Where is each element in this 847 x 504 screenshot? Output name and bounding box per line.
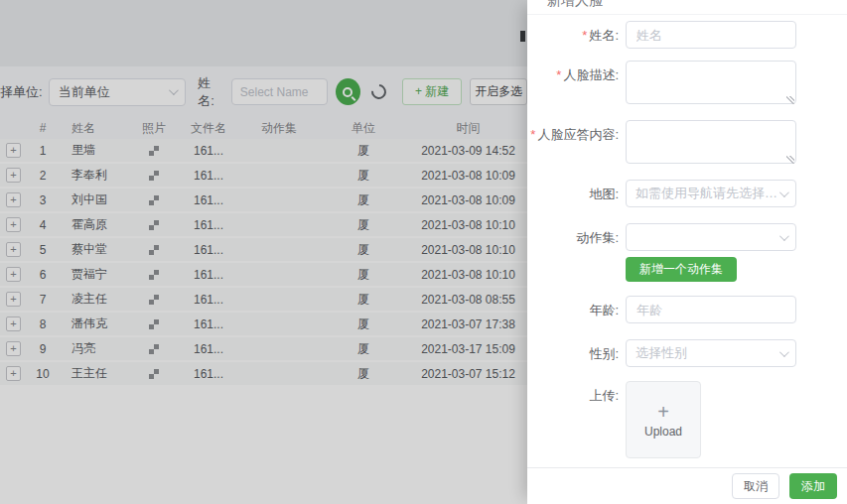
age-field-label: 年龄:	[527, 296, 619, 323]
form-row-gender: 性别: 选择性别	[527, 339, 847, 367]
form-row-action-set: 动作集:	[527, 223, 847, 251]
required-mark: *	[556, 67, 561, 82]
face-description-label: *人脸描述:	[527, 61, 619, 108]
chevron-down-icon	[779, 347, 789, 357]
upload-field-label: 上传:	[527, 381, 619, 458]
map-select[interactable]: 如需使用导航请先选择地图	[626, 180, 796, 207]
upload-label: Upload	[644, 425, 682, 439]
upload-dropzone[interactable]: + Upload	[626, 381, 701, 458]
add-face-form: *姓名: *人脸描述: *人脸应答内容: 地图: 如需使用导航请先选择地	[527, 21, 847, 458]
submit-add-button[interactable]: 添加	[789, 473, 837, 499]
face-description-textarea[interactable]	[626, 61, 796, 104]
action-set-field-label: 动作集:	[527, 223, 619, 251]
gender-field-label: 性别:	[527, 339, 619, 367]
face-response-label: *人脸应答内容:	[527, 120, 619, 168]
form-row-age: 年龄:	[527, 296, 847, 323]
form-row-name: *姓名:	[527, 21, 847, 49]
form-row-map: 地图: 如需使用导航请先选择地图	[527, 180, 847, 207]
gender-select-placeholder: 选择性别	[635, 344, 687, 362]
face-response-textarea[interactable]	[626, 120, 796, 164]
drawer-title-divider	[527, 14, 847, 15]
plus-icon: +	[657, 402, 669, 422]
form-row-face-description: *人脸描述:	[527, 61, 847, 108]
drawer-footer: 取消 添加	[527, 467, 847, 504]
name-field[interactable]	[626, 21, 796, 49]
add-face-drawer: 新增人脸 *姓名: *人脸描述: *人脸应答内容: 地图:	[527, 0, 847, 504]
action-set-select[interactable]	[626, 223, 796, 251]
map-select-placeholder: 如需使用导航请先选择地图	[635, 185, 779, 202]
add-action-set-button[interactable]: 新增一个动作集	[626, 257, 737, 282]
drawer-title: 新增人脸	[547, 0, 603, 10]
drawer-mask[interactable]	[0, 0, 527, 504]
form-row-upload: 上传: + Upload	[527, 381, 847, 458]
name-field-label: *姓名:	[527, 21, 619, 49]
map-field-label: 地图:	[527, 180, 619, 207]
form-row-face-response: *人脸应答内容:	[527, 120, 847, 168]
required-mark: *	[530, 127, 535, 142]
chevron-down-icon	[779, 231, 789, 241]
required-mark: *	[582, 28, 587, 43]
chevron-down-icon	[779, 188, 789, 197]
age-field[interactable]	[626, 296, 796, 323]
cancel-button[interactable]: 取消	[732, 473, 779, 499]
gender-select[interactable]: 选择性别	[626, 339, 796, 367]
